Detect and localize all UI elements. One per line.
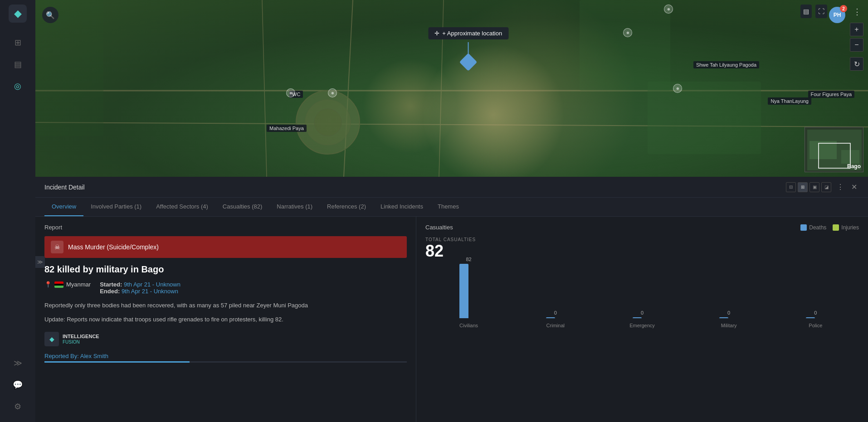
view-split-v-btn[interactable]: ⊞ [798, 182, 808, 192]
sidebar-item-chat[interactable]: 💬 [9, 376, 27, 394]
panel-title: Incident Detail [44, 184, 85, 191]
mini-map[interactable]: Bago [805, 127, 863, 172]
svg-rect-13 [809, 141, 837, 159]
map-search-btn[interactable]: 🔍 [42, 7, 59, 23]
sidebar-expand-btn[interactable]: ≫ [35, 256, 45, 268]
bar-container [459, 264, 478, 318]
view-split-h-btn[interactable]: ⊟ [786, 182, 796, 192]
svg-rect-8 [580, 0, 670, 91]
bar-category-label: Military [721, 323, 737, 328]
legend-injuries: Injuries [833, 224, 859, 231]
incident-description-1: Reportedly only three bodies had been re… [44, 301, 407, 310]
map-label-thanlaung: Nya ThanLayung [768, 97, 811, 105]
app-logo[interactable]: ◆ [9, 5, 27, 23]
view-half-btn[interactable]: ◪ [821, 182, 831, 192]
svg-point-7 [314, 109, 341, 136]
approx-location-label: ✛ + Approximate location [428, 27, 508, 39]
bar-deaths-value: 82 [466, 257, 471, 262]
bar-group-civilians: 82Civilians [455, 257, 483, 328]
incident-description-2: Update: Reports now indicate that troops… [44, 315, 407, 325]
scroll-bar [44, 361, 407, 363]
source-logo-icon: ◆ [44, 332, 59, 346]
panel-body: Report ☠ Mass Murder (Suicide/Complex) 8… [35, 217, 868, 422]
bar-deaths-value: 0 [814, 310, 817, 315]
layers-toggle-btn[interactable]: ▤ [800, 5, 812, 18]
bar-group-police: 0Police [802, 310, 829, 328]
more-menu-btn[interactable]: ⋮ [853, 7, 861, 17]
map-marker-ne[interactable]: ⊕ [664, 5, 673, 14]
crosshair-icon: ✛ [434, 30, 439, 37]
report-section-title: Report [44, 224, 407, 231]
map-marker-nw[interactable]: ⊕ [623, 28, 632, 37]
bar-group-emergency: 0Emergency [629, 310, 656, 328]
report-section: Report ☠ Mass Murder (Suicide/Complex) 8… [35, 217, 416, 422]
tab-narratives[interactable]: Narratives (1) [269, 198, 320, 216]
incident-dates: Started: 9th Apr 21 - Unknown Ended: 9th… [100, 281, 180, 295]
deaths-color-swatch [800, 224, 807, 231]
country-flag [54, 281, 63, 288]
incident-meta: 📍 Myanmar Started: 9th Apr 21 - Unknown … [44, 281, 407, 295]
sidebar-item-location[interactable]: ◎ [9, 77, 27, 95]
source-logo: ◆ INTELLIGENCE FUSION [44, 332, 407, 346]
deaths-legend-label: Deaths [809, 224, 826, 231]
layers-icon: ▤ [803, 8, 809, 15]
casualties-section-title: Casualties [425, 224, 453, 231]
sidebar-item-settings[interactable]: ⚙ [9, 398, 27, 416]
map-roads-svg [35, 0, 868, 177]
user-avatar[interactable]: PH 2 [829, 7, 845, 23]
map-label-mahazedi: Mahazedi Paya [267, 125, 307, 132]
view-grid-btn[interactable]: ▣ [809, 182, 819, 192]
sidebar-item-expand[interactable]: ≫ [9, 354, 27, 372]
country-name: Myanmar [66, 281, 91, 288]
incident-title: 82 killed by military in Bago [44, 264, 407, 275]
incident-panel: Incident Detail ⊟ ⊞ ▣ ◪ ⋮ ✕ Overview Inv… [35, 177, 868, 422]
bar-container [633, 317, 652, 318]
map-marker-path[interactable]: ⊕ [328, 88, 337, 97]
total-casualties-block: TOTAL CASUALTIES 82 [425, 237, 859, 260]
injuries-color-swatch [833, 224, 839, 231]
tab-linked-incidents[interactable]: Linked Incidents [373, 198, 430, 216]
pin-diamond [459, 53, 478, 71]
svg-line-3 [262, 0, 267, 177]
tab-affected-sectors[interactable]: Affected Sectors (4) [149, 198, 215, 216]
incident-type-icon: ☠ [51, 241, 63, 253]
panel-header-actions: ⊟ ⊞ ▣ ◪ ⋮ ✕ [786, 182, 859, 192]
location-pin-icon: 📍 [44, 281, 52, 288]
rotate-btn[interactable]: ↻ [850, 57, 863, 71]
bar-container [719, 317, 738, 318]
injuries-legend-label: Injuries [841, 224, 859, 231]
fullscreen-btn[interactable]: ⛶ [815, 5, 827, 18]
bar-group-criminal: 0Criminal [542, 310, 569, 328]
tab-themes[interactable]: Themes [430, 198, 466, 216]
more-options-btn[interactable]: ⋮ [835, 182, 846, 192]
sidebar-item-layers[interactable]: ▤ [9, 55, 27, 73]
skull-icon: ☠ [54, 243, 60, 251]
tab-involved-parties[interactable]: Involved Parties (1) [83, 198, 149, 216]
tab-references[interactable]: References (2) [320, 198, 373, 216]
logo-icon: ◆ [14, 8, 22, 19]
search-icon: 🔍 [46, 11, 55, 19]
bar-deaths-value: 0 [641, 310, 644, 315]
incident-ended: Ended: 9th Apr 21 - Unknown [100, 288, 180, 295]
incident-location: 📍 Myanmar [44, 281, 91, 288]
view-controls: ⊟ ⊞ ▣ ◪ [786, 182, 831, 192]
tab-casualties[interactable]: Casualties (82) [215, 198, 269, 216]
map-view[interactable]: Shwe Tah Lilyaung Pagoda Nya ThanLayung … [35, 0, 868, 177]
diamond-icon: ◆ [49, 335, 54, 343]
location-pin: ✛ + Approximate location [428, 27, 508, 68]
sidebar-item-home[interactable]: ⊞ [9, 34, 27, 52]
close-panel-btn[interactable]: ✕ [849, 182, 859, 192]
map-marker-wc[interactable]: ⊕ [286, 88, 295, 97]
incident-type-badge: ☠ Mass Murder (Suicide/Complex) [44, 236, 407, 258]
tab-overview[interactable]: Overview [44, 198, 83, 216]
map-marker-mid[interactable]: ⊕ [673, 84, 682, 93]
zoom-in-btn[interactable]: + [850, 23, 863, 36]
svg-line-4 [439, 0, 444, 177]
fullscreen-icon: ⛶ [818, 8, 824, 15]
zoom-out-btn[interactable]: − [850, 38, 863, 52]
incident-type-label: Mass Murder (Suicide/Complex) [68, 243, 159, 251]
total-casualties-number: 82 [425, 242, 859, 260]
bar-container [806, 317, 825, 318]
panel-header: Incident Detail ⊟ ⊞ ▣ ◪ ⋮ ✕ [35, 177, 868, 198]
deaths-bar [719, 317, 728, 318]
